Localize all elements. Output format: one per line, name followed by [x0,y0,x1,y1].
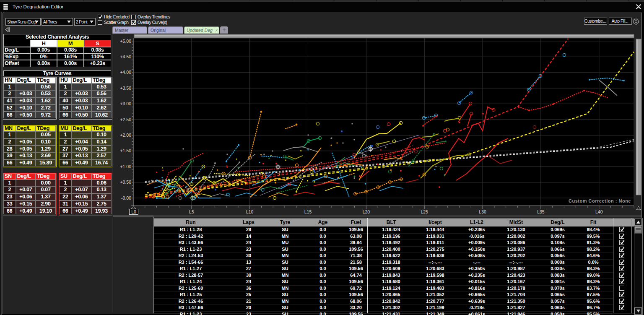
svg-text:Custom Correction : None: Custom Correction : None [569,198,631,203]
svg-text:+3.50: +3.50 [120,86,131,91]
svg-text:L25: L25 [421,209,428,214]
svg-text:L5: L5 [189,209,194,214]
svg-text:+2.00: +2.00 [120,133,131,138]
svg-text:+4.00: +4.00 [120,70,131,75]
svg-text:L20: L20 [363,209,370,214]
svg-text:+5.00: +5.00 [120,39,131,44]
svg-text:+1.00: +1.00 [120,164,131,169]
svg-text:L0: L0 [131,209,136,214]
svg-text:+4.50: +4.50 [120,54,131,59]
svg-text:+2.50: +2.50 [120,117,131,122]
svg-text:+1.50: +1.50 [120,148,131,153]
svg-text:-0.00: -0.00 [121,195,131,200]
svg-text:L15: L15 [304,209,312,214]
svg-text:L30: L30 [479,209,486,214]
svg-text:+3.00: +3.00 [120,101,131,106]
svg-text:L10: L10 [246,209,254,214]
svg-text:+0.50: +0.50 [120,180,131,185]
svg-text:L40: L40 [595,209,603,214]
svg-text:L35: L35 [537,209,545,214]
